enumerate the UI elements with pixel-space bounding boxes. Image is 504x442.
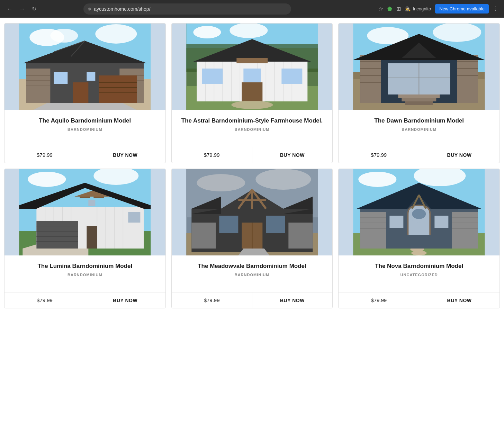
svg-rect-93 (80, 197, 90, 198)
svg-point-3 (50, 29, 78, 43)
svg-point-29 (230, 24, 268, 38)
svg-point-101 (197, 174, 245, 191)
svg-rect-43 (202, 69, 223, 84)
product-title-3: The Dawn Barndominium Model (344, 117, 494, 125)
svg-rect-21 (54, 72, 68, 84)
product-category-6: UNCATEGORIZED (344, 273, 494, 277)
product-image-2[interactable] (172, 24, 333, 110)
svg-point-122 (359, 172, 397, 187)
product-price-6: $79.99 (339, 292, 419, 308)
svg-marker-23 (33, 103, 137, 110)
product-footer-3: $79.99 BUY NOW (339, 147, 500, 163)
bookmark-icon[interactable]: ☆ (378, 6, 383, 12)
product-category-4: BARNDOMINIUM (10, 273, 160, 277)
back-button[interactable]: ← (6, 4, 14, 13)
svg-rect-47 (236, 58, 268, 63)
product-price-1: $79.99 (4, 147, 85, 163)
product-image-5[interactable] (172, 169, 333, 255)
forward-button[interactable]: → (18, 4, 26, 13)
product-title-1: The Aquilo Barndominium Model (10, 117, 160, 125)
product-footer-6: $79.99 BUY NOW (339, 292, 500, 308)
svg-rect-45 (281, 69, 302, 84)
reload-button[interactable]: ↻ (30, 4, 38, 13)
product-title-4: The Lumina Barndominium Model (10, 262, 160, 270)
svg-rect-46 (242, 82, 262, 101)
product-info-5: The Meadowvale Barndominium Model BARNDO… (172, 255, 333, 287)
product-price-3: $79.99 (339, 147, 419, 163)
product-info-4: The Lumina Barndominium Model BARNDOMINI… (4, 255, 165, 287)
new-chrome-button[interactable]: New Chrome available (435, 4, 489, 13)
svg-point-4 (95, 24, 137, 44)
buy-now-button-4[interactable]: BUY NOW (85, 293, 165, 308)
product-card-2[interactable]: The Astral Barndominium-Style Farmhouse … (171, 23, 333, 163)
product-price-4: $79.99 (4, 292, 85, 308)
svg-rect-72 (405, 101, 433, 105)
svg-rect-98 (88, 200, 95, 206)
shop-container: The Aquilo Barndominium Model BARNDOMINI… (0, 18, 504, 314)
product-card-4[interactable]: The Lumina Barndominium Model BARNDOMINI… (4, 169, 166, 308)
svg-point-49 (231, 101, 273, 109)
product-category-5: BARNDOMINIUM (177, 273, 327, 277)
svg-rect-22 (87, 72, 95, 81)
svg-rect-95 (87, 226, 97, 249)
product-price-5: $79.99 (172, 292, 252, 308)
url-text: aycustomhome.com/shop/ (94, 6, 150, 12)
svg-rect-96 (128, 212, 140, 223)
svg-rect-115 (288, 223, 313, 249)
svg-point-141 (412, 209, 426, 219)
incognito-indicator: 🕵 Incognito (405, 6, 431, 11)
product-title-5: The Meadowvale Barndominium Model (177, 262, 327, 270)
svg-point-74 (28, 172, 66, 187)
svg-point-102 (255, 169, 311, 190)
product-image-1[interactable] (4, 24, 165, 110)
svg-rect-44 (243, 69, 261, 84)
security-icon: ⊕ (88, 7, 91, 11)
product-category-2: BARNDOMINIUM (177, 127, 327, 132)
svg-rect-87 (36, 221, 78, 249)
browser-chrome: ← → ↻ ⊕ aycustomhome.com/shop/ ☆ ⬟ ⊞ 🕵 I… (0, 0, 504, 18)
extension-icon[interactable]: ⬟ (387, 6, 392, 12)
product-image-4[interactable] (4, 169, 165, 255)
puzzle-icon[interactable]: ⊞ (396, 6, 401, 12)
buy-now-button-5[interactable]: BUY NOW (252, 293, 333, 308)
product-card-1[interactable]: The Aquilo Barndominium Model BARNDOMINI… (4, 23, 166, 163)
product-footer-5: $79.99 BUY NOW (172, 292, 333, 308)
svg-rect-142 (390, 216, 404, 228)
buy-now-button-1[interactable]: BUY NOW (85, 147, 165, 163)
menu-icon[interactable]: ⋮ (493, 6, 498, 12)
product-card-5[interactable]: The Meadowvale Barndominium Model BARNDO… (171, 169, 333, 308)
svg-rect-94 (93, 197, 104, 198)
product-info-1: The Aquilo Barndominium Model BARNDOMINI… (4, 110, 165, 141)
product-info-3: The Dawn Barndominium Model BARNDOMINIUM (339, 110, 500, 141)
svg-rect-119 (266, 216, 285, 233)
product-card-6[interactable]: The Nova Barndominium Model UNCATEGORIZE… (338, 169, 500, 308)
product-category-3: BARNDOMINIUM (344, 127, 494, 132)
svg-rect-70 (398, 94, 440, 98)
product-grid: The Aquilo Barndominium Model BARNDOMINI… (4, 23, 500, 308)
product-info-6: The Nova Barndominium Model UNCATEGORIZE… (339, 255, 500, 287)
product-footer-4: $79.99 BUY NOW (4, 292, 165, 308)
svg-rect-56 (360, 55, 381, 103)
svg-rect-16 (99, 75, 137, 103)
buy-now-button-2[interactable]: BUY NOW (252, 147, 333, 163)
buy-now-button-3[interactable]: BUY NOW (419, 147, 500, 163)
browser-toolbar: ☆ ⬟ ⊞ 🕵 Incognito New Chrome available ⋮ (378, 4, 498, 13)
address-bar[interactable]: ⊕ aycustomhome.com/shop/ (83, 3, 291, 15)
svg-point-28 (193, 26, 221, 38)
product-footer-1: $79.99 BUY NOW (4, 147, 165, 163)
svg-rect-20 (73, 82, 88, 103)
svg-point-127 (412, 251, 427, 255)
svg-marker-120 (238, 249, 269, 255)
product-footer-2: $79.99 BUY NOW (172, 147, 333, 163)
svg-rect-143 (435, 216, 449, 228)
incognito-label: Incognito (413, 6, 431, 11)
product-title-6: The Nova Barndominium Model (344, 262, 494, 270)
product-price-2: $79.99 (172, 147, 252, 163)
product-card-3[interactable]: The Dawn Barndominium Model BARNDOMINIUM… (338, 23, 500, 163)
product-category-1: BARNDOMINIUM (10, 127, 160, 132)
incognito-icon: 🕵 (405, 6, 411, 11)
product-image-6[interactable] (339, 169, 500, 255)
product-info-2: The Astral Barndominium-Style Farmhouse … (172, 110, 333, 141)
product-image-3[interactable] (339, 24, 500, 110)
buy-now-button-6[interactable]: BUY NOW (419, 293, 500, 308)
